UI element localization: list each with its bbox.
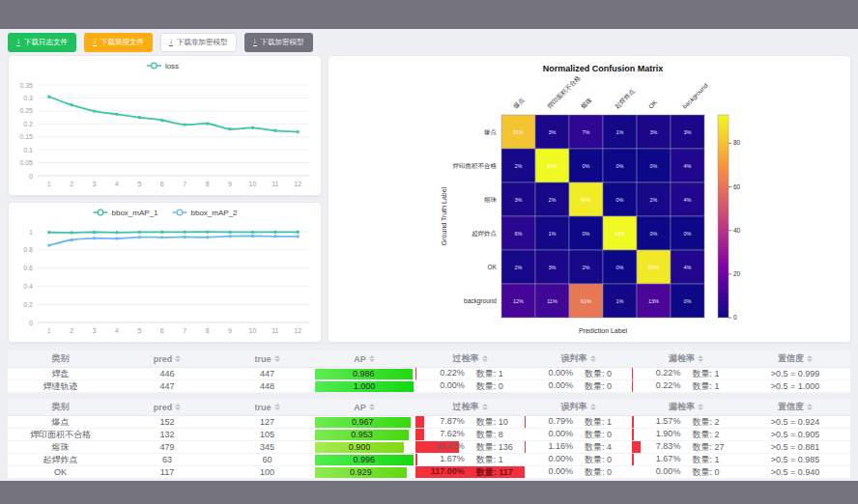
overdetect-rate-cell: 0.22%数量: 1 — [415, 368, 525, 379]
sort-caret-icon[interactable] — [482, 355, 488, 362]
svg-text:0%: 0% — [616, 265, 624, 270]
download-plain-model-button[interactable]: ↓ 下载非加密模型 — [160, 33, 237, 52]
sortable-header[interactable]: AP — [313, 399, 415, 415]
svg-text:0.8: 0.8 — [23, 246, 33, 253]
x-tick-label: OK — [647, 98, 659, 110]
sort-caret-icon[interactable] — [807, 404, 813, 410]
summary-metrics-table: 类别predtrueAP过检率误判率漏检率置信度焊盘4464470.9860.2… — [8, 350, 850, 393]
svg-text:8: 8 — [206, 327, 210, 334]
svg-text:0.05: 0.05 — [19, 159, 33, 166]
sortable-header[interactable]: 过检率 — [415, 350, 525, 367]
svg-text:3%: 3% — [650, 129, 658, 135]
rate-count: 数量: 0 — [465, 380, 525, 392]
rate-count: 数量: 117 — [465, 466, 525, 478]
header-label: AP — [354, 403, 366, 412]
sortable-header[interactable]: 置信度 — [740, 399, 850, 415]
legend-loss[interactable]: loss — [147, 62, 179, 70]
x-tick-label: 熔珠 — [580, 96, 594, 110]
rate-percent: 1.57% — [632, 416, 680, 428]
rate-count: 数量: 8 — [465, 429, 525, 440]
svg-text:7: 7 — [183, 181, 186, 187]
svg-text:0%: 0% — [684, 231, 692, 237]
rate-percent: 0.22% — [632, 368, 680, 379]
sortable-header[interactable]: 误判率 — [525, 350, 632, 367]
table-row: 熔珠4793450.90039.42%数量: 1361.16%数量: 47.83… — [8, 441, 850, 454]
rate-count: 数量: 10 — [465, 416, 525, 428]
legend-bbox_mAP_1[interactable]: bbox_mAP_1 — [94, 209, 159, 217]
ap-cell: 0.953 — [313, 429, 415, 440]
sort-caret-icon[interactable] — [698, 404, 703, 410]
confidence-cell: >0.5 = 0.999 — [740, 368, 850, 379]
x-tick-label: 起焊炸点 — [614, 87, 637, 110]
svg-text:4: 4 — [115, 327, 119, 334]
sort-caret-icon[interactable] — [590, 355, 596, 362]
sortable-header[interactable]: true — [221, 350, 313, 367]
ap-bar: 0.986 — [315, 369, 413, 379]
header-cell: 类别 — [8, 399, 113, 415]
table-header-row: 类别predtrueAP过检率误判率漏检率置信度 — [8, 399, 850, 416]
header-label: 误判率 — [561, 401, 587, 413]
sortable-header[interactable]: 漏检率 — [632, 399, 740, 415]
sort-caret-icon[interactable] — [807, 355, 813, 362]
download-encrypted-model-button[interactable]: ↓ 下载加密模型 — [244, 33, 313, 52]
pred-count-cell: 152 — [113, 416, 221, 428]
rate-percent: 0.22% — [415, 368, 465, 379]
sortable-header[interactable]: 过检率 — [415, 399, 525, 415]
sortable-header[interactable]: pred — [113, 399, 221, 415]
rate-count: 数量: 0 — [573, 454, 632, 465]
header-label: 置信度 — [778, 352, 804, 365]
sort-caret-icon[interactable] — [274, 355, 280, 362]
misjudge-rate-cell: 0.79%数量: 1 — [525, 416, 632, 428]
svg-text:0%: 0% — [616, 163, 624, 169]
svg-text:4%: 4% — [684, 197, 692, 203]
sortable-header[interactable]: 漏检率 — [632, 350, 740, 367]
confidence-cell: >0.5 = 0.985 — [740, 454, 850, 465]
ap-value: 0.953 — [351, 430, 373, 439]
dashboard-page: ↓ 下载日志文件 ↓ 下载简报文件 ↓ 下载非加密模型 ↓ 下载加密模型 00.… — [0, 0, 858, 504]
rate-percent: 0.00% — [525, 368, 573, 379]
misjudge-rate-cell: 0.00%数量: 0 — [525, 454, 632, 465]
true-count-cell: 345 — [221, 441, 313, 453]
class-metrics-table: 类别predtrueAP过检率误判率漏检率置信度爆点1521270.9677.8… — [8, 399, 850, 479]
ap-bar: 0.900 — [315, 442, 404, 453]
rate-percent: 117.00% — [415, 466, 465, 478]
legend-bbox_mAP_2[interactable]: bbox_mAP_2 — [173, 209, 239, 217]
sort-caret-icon[interactable] — [698, 355, 703, 362]
sortable-header[interactable]: AP — [313, 350, 415, 367]
download-report-button[interactable]: ↓ 下载简报文件 — [84, 33, 153, 52]
ap-value: 0.967 — [352, 417, 374, 427]
loss-chart: 00.050.10.150.20.250.30.3512345678910111… — [9, 56, 323, 197]
sortable-header[interactable]: true — [221, 399, 313, 415]
rate-count: 数量: 0 — [573, 466, 632, 478]
svg-text:11%: 11% — [547, 298, 558, 304]
pred-count-cell: 479 — [113, 441, 221, 453]
sortable-header[interactable]: 置信度 — [740, 350, 850, 367]
x-axis-title: Prediction Label — [579, 327, 628, 334]
table-header-row: 类别predtrueAP过检率误判率漏检率置信度 — [8, 350, 850, 368]
svg-text:1: 1 — [47, 181, 51, 187]
rate-percent: 7.87% — [415, 416, 465, 428]
svg-text:90%: 90% — [581, 197, 591, 203]
download-log-button[interactable]: ↓ 下载日志文件 — [8, 33, 76, 52]
top-dark-bar — [0, 0, 858, 29]
ap-value: 0.929 — [350, 467, 372, 477]
svg-text:10: 10 — [249, 327, 257, 334]
true-count-cell: 105 — [221, 429, 313, 440]
sort-caret-icon[interactable] — [175, 404, 181, 410]
svg-text:3: 3 — [93, 327, 97, 334]
sort-caret-icon[interactable] — [590, 404, 596, 410]
ap-cell: 0.996 — [313, 454, 415, 465]
svg-text:12: 12 — [294, 327, 301, 334]
sortable-header[interactable]: 误判率 — [525, 399, 632, 415]
sort-caret-icon[interactable] — [274, 404, 280, 410]
true-count-cell: 448 — [221, 380, 313, 392]
rate-percent: 0.22% — [632, 380, 680, 392]
sort-caret-icon[interactable] — [369, 404, 375, 410]
sortable-header[interactable]: pred — [113, 350, 221, 367]
svg-text:1: 1 — [29, 229, 33, 236]
sort-caret-icon[interactable] — [369, 355, 375, 362]
sort-caret-icon[interactable] — [482, 404, 488, 410]
colorbar-tick: 20 — [733, 270, 741, 277]
sort-caret-icon[interactable] — [175, 355, 181, 362]
download-icon: ↓ — [169, 38, 173, 46]
